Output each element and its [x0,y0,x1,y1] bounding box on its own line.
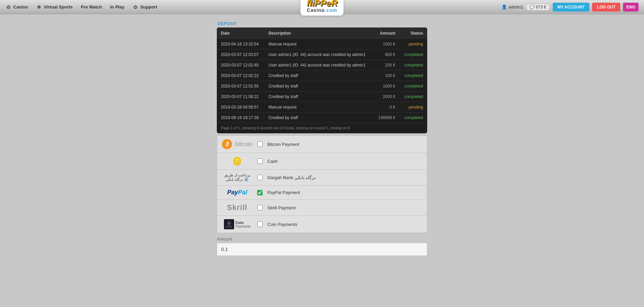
cell-status: pending [399,102,427,113]
cell-description: Credited by staff [264,92,373,102]
nav-support-label: Support [140,4,157,9]
username: admin1 [509,4,523,9]
amount-section: Amount [217,236,427,256]
col-description: Description [264,27,373,39]
cell-amount: 200 € [373,60,399,71]
payment-row-dargah: پرداخت از طریق درگاه بانکی 🏦 Dargah Bank… [217,170,427,186]
cell-date: 2020-03-07 12:02:22 [217,71,264,81]
my-account-button[interactable]: MY ACCOUNT [553,3,590,12]
cell-description: Credited by staff [264,71,373,81]
nav-in-play[interactable]: In Play [110,4,125,9]
nav-left: ✿ Casino ❋ Virtual Sports Pre Match In P… [5,4,157,10]
payment-options: ₿ bitcoin Bitcoin Payment 🪙 Cash پرداخت … [217,135,427,233]
cell-status: completed [399,60,427,71]
table-header-row: Date Description Amount Status [217,27,427,39]
cell-description: Credited by staff [264,81,373,92]
cell-date: 2019-03-28 04:58:57 [217,102,264,113]
payment-row-paypal: PayPal PayPal Payment [217,186,427,200]
cell-date: 2020-03-07 12:03:07 [217,50,264,60]
amount-label: Amount [217,236,427,242]
payment-checkbox-paypal[interactable] [257,190,263,195]
payment-logo-skrill: Skrill [222,203,252,212]
support-icon: ✿ [132,4,138,10]
deposit-table-wrapper: Date Description Amount Status 2020-04-1… [217,27,427,133]
cell-date: 2020-03-07 11:58:22 [217,92,264,102]
cell-date: 2018-09-19 18:17:39 [217,113,264,123]
balance-amount: 673 € [536,5,546,9]
user-info: 👤 admin1 [501,4,523,9]
table-row: 2018-09-19 18:17:39 Credited by staff 19… [217,113,427,123]
cash-logo: 🪙 [232,156,242,166]
cell-amount: 100 € [373,71,399,81]
logo-line2: Casino.com [306,7,337,13]
table-row: 2019-03-28 04:58:57 Manual request 0 € p… [217,102,427,113]
payment-logo-cash: 🪙 [222,156,252,166]
coinpayments-icon: € [224,219,234,229]
table-row: 2020-03-07 12:02:22 Credited by staff 10… [217,71,427,81]
payment-name-coinpayments: Coin Payments [267,222,297,227]
balance-badge: 💬 673 € [526,4,550,11]
amount-input[interactable] [217,243,427,256]
cell-description: User admin1 (ID: 44) account was credite… [264,60,373,71]
cell-status: completed [399,71,427,81]
language-selector[interactable]: ENG [623,3,639,12]
cell-status: completed [399,81,427,92]
cell-amount: 2000 € [373,92,399,102]
cell-status: completed [399,113,427,123]
nav-support[interactable]: ✿ Support [132,4,157,10]
cell-description: Manual request [264,102,373,113]
nav-casino-label: Casino [13,4,28,9]
nav-in-play-label: In Play [110,4,125,9]
col-amount: Amount [373,27,399,39]
payment-checkbox-bitcoin[interactable] [257,141,263,147]
nav-pre-match[interactable]: Pre Match [81,4,102,9]
logout-button[interactable]: LOG OUT [592,3,620,12]
col-date: Date [217,27,264,39]
dargah-logo: پرداخت از طریق درگاه بانکی 🏦 [222,173,252,182]
payment-logo-paypal: PayPal [222,189,252,196]
payment-logo-coinpayments: € Coin Payments [222,219,252,229]
cell-description: User admin1 (ID: 44) account was credite… [264,50,373,60]
cell-amount: 199999 € [373,113,399,123]
logo-box: fliPPeR Casino.com [300,0,343,16]
cell-amount: 800 € [373,50,399,60]
payment-row-coinpayments: € Coin Payments Coin Payments [217,216,427,233]
table-row: 2020-03-07 11:58:22 Credited by staff 20… [217,92,427,102]
deposit-table: Date Description Amount Status 2020-04-1… [217,27,427,123]
payment-checkbox-cash[interactable] [257,158,263,164]
payment-row-cash: 🪙 Cash [217,153,427,170]
cash-icon: 🪙 [232,156,242,166]
cell-status: pending [399,39,427,50]
cell-description: Manual request [264,39,373,50]
payment-checkbox-dargah[interactable] [257,175,263,180]
deposit-label: DEPOSIT [217,21,427,26]
nav-bar: ✿ Casino ❋ Virtual Sports Pre Match In P… [0,0,644,14]
table-row: 2020-03-07 12:01:55 Credited by staff 10… [217,81,427,92]
pagination-text: Page 1 of 1, showing 8 records out of 8 … [217,123,427,133]
payment-row-skrill: Skrill Skrill Payment [217,200,427,216]
cell-status: completed [399,92,427,102]
virtual-sports-icon: ❋ [36,4,42,10]
payment-name-skrill: Skrill Payment [267,205,296,210]
casino-icon: ✿ [5,4,12,10]
payment-logo-bitcoin: ₿ bitcoin [222,139,252,149]
skrill-logo: Skrill [227,203,247,212]
paypal-logo: PayPal [227,189,247,196]
logo-line1: fliPPeR [306,0,337,7]
cell-date: 2020-03-07 12:01:55 [217,81,264,92]
payment-checkbox-skrill[interactable] [257,205,263,210]
coinpayments-logo: € Coin Payments [224,219,250,229]
cell-date: 2020-03-07 12:02:40 [217,60,264,71]
table-row: 2020-04-18 13:32:54 Manual request 1000 … [217,39,427,50]
table-row: 2020-03-07 12:03:07 User admin1 (ID: 44)… [217,50,427,60]
nav-casino[interactable]: ✿ Casino [5,4,28,10]
bitcoin-logo: ₿ [222,139,232,149]
table-row: 2020-03-07 12:02:40 User admin1 (ID: 44)… [217,60,427,71]
svg-rect-2 [226,226,232,228]
payment-checkbox-coinpayments[interactable] [257,222,263,227]
payment-name-cash: Cash [267,159,278,164]
nav-virtual-sports[interactable]: ❋ Virtual Sports [36,4,73,10]
cell-amount: 1000 € [373,81,399,92]
main-content: DEPOSIT Date Description Amount Status 2… [0,14,644,263]
payment-name-dargah: Dargah Bank درگاه بانکی [267,175,316,180]
